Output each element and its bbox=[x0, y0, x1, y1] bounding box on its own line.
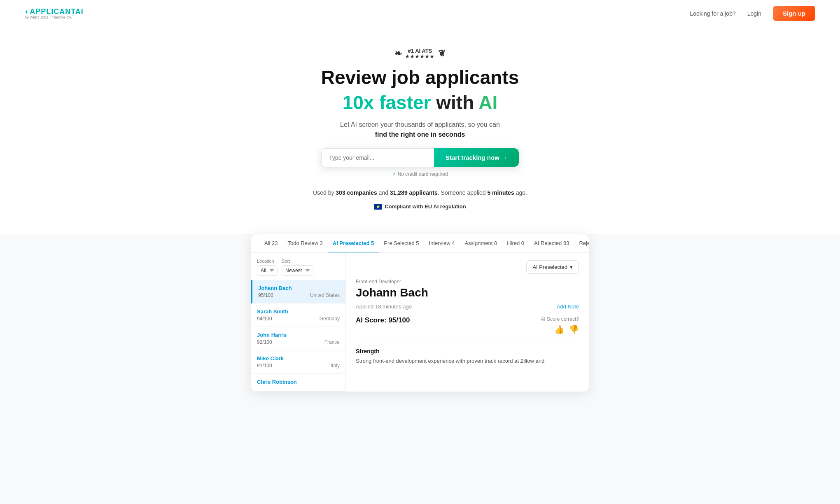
ai-preselected-label: AI Preselected bbox=[532, 264, 567, 270]
candidate-list: Johann Bach 95/100 United States Sarah S… bbox=[251, 280, 345, 392]
tab-ai-rejected[interactable]: AI Rejected 83 bbox=[529, 234, 574, 253]
sort-filter-group: Sort Newest bbox=[282, 259, 313, 276]
candidate-meta: 94/100 Germany bbox=[257, 316, 340, 322]
logo-plus: + bbox=[25, 9, 28, 15]
location-filter-select[interactable]: All bbox=[257, 265, 278, 276]
tab-ai-preselected[interactable]: AI Preselected 5 bbox=[328, 234, 379, 253]
thumbs-up-button[interactable]: 👍 bbox=[554, 324, 565, 334]
tab-assignment[interactable]: Assignment 0 bbox=[460, 234, 502, 253]
ats-right-panel: AI Preselected ▾ Front-end Developer Joh… bbox=[346, 253, 589, 392]
tab-all[interactable]: All 23 bbox=[259, 234, 283, 253]
cta-button[interactable]: Start tracking now → bbox=[434, 148, 519, 167]
candidate-name: Johann Bach bbox=[258, 285, 340, 291]
hero-title-line1: Review job applicants bbox=[8, 67, 832, 89]
candidate-location: Germany bbox=[320, 316, 340, 322]
ai-preselected-button[interactable]: AI Preselected ▾ bbox=[526, 260, 579, 274]
candidate-item[interactable]: John Harris 92/100 France bbox=[251, 327, 345, 350]
laurel-right-icon: ❦ bbox=[438, 48, 446, 59]
strength-title: Strength bbox=[356, 348, 579, 355]
candidate-score: 94/100 bbox=[257, 316, 272, 322]
location-filter-label: Location bbox=[257, 259, 278, 264]
eu-badge-text: Compliant with EU AI regulation bbox=[385, 203, 466, 210]
candidate-location: United States bbox=[310, 292, 340, 298]
logo-text: APPLICANTAI bbox=[30, 7, 84, 16]
detail-applied: Applied 18 minutes ago Add Note bbox=[356, 303, 579, 310]
location-filter-group: Location All bbox=[257, 259, 278, 276]
add-note-link[interactable]: Add Note bbox=[557, 303, 579, 310]
candidate-location: Italy bbox=[331, 363, 340, 369]
candidate-score: 95/100 bbox=[258, 292, 273, 298]
ats-left-panel: Location All Sort Newest Johann Bach 9 bbox=[251, 253, 346, 392]
tab-todo[interactable]: Todo Review 3 bbox=[283, 234, 328, 253]
candidate-meta: 95/100 United States bbox=[258, 292, 340, 298]
nav-right: Looking for a job? Login Sign up bbox=[690, 6, 815, 21]
candidate-name: Mike Clark bbox=[257, 355, 340, 362]
candidate-item[interactable]: Chris Robinson bbox=[251, 374, 345, 392]
eu-flag-icon: ⭐ bbox=[374, 204, 382, 210]
strength-text: Strong front-end development experience … bbox=[356, 357, 579, 365]
candidate-meta: 91/100 Italy bbox=[257, 363, 340, 369]
navbar: + APPLICANTAI by Web3 Jobs + Remote OK L… bbox=[0, 0, 840, 27]
email-input[interactable] bbox=[321, 148, 434, 167]
hero-sub-line2: find the right one in seconds bbox=[8, 131, 832, 138]
sort-filter-label: Sort bbox=[282, 259, 313, 264]
looking-for-job-link[interactable]: Looking for a job? bbox=[690, 10, 735, 17]
social-proof: Used by 303 companies and 31,289 applica… bbox=[8, 189, 832, 196]
laurel-left-icon: ❧ bbox=[394, 48, 402, 59]
time-ago: 5 minutes bbox=[487, 189, 514, 196]
thumbs-down-button[interactable]: 👎 bbox=[569, 324, 579, 334]
companies-count: 303 companies bbox=[336, 189, 377, 196]
ats-tabs: All 23 Todo Review 3 AI Preselected 5 Pr… bbox=[251, 234, 589, 253]
ats-filters: Location All Sort Newest bbox=[251, 253, 345, 280]
candidate-name: Sarah Smith bbox=[257, 308, 340, 315]
applicants-count: 31,289 applicants bbox=[390, 189, 438, 196]
candidate-score: 91/100 bbox=[257, 363, 272, 369]
detail-header: AI Preselected ▾ bbox=[356, 260, 579, 274]
sort-filter-select[interactable]: Newest bbox=[282, 265, 313, 276]
candidate-score: 92/100 bbox=[257, 339, 272, 345]
candidate-name: John Harris bbox=[257, 332, 340, 338]
badge-rank: #1 AI ATS bbox=[405, 48, 435, 54]
no-credit-card-text: No credit card required bbox=[8, 171, 832, 177]
thumbs-row: 👍 👎 bbox=[554, 324, 579, 334]
detail-job-title: Front-end Developer bbox=[356, 279, 579, 285]
logo: + APPLICANTAI by Web3 Jobs + Remote OK bbox=[25, 7, 84, 19]
ats-body: Location All Sort Newest Johann Bach 9 bbox=[251, 253, 589, 392]
tab-rejected[interactable]: Rejected 7 bbox=[574, 234, 589, 253]
score-correct-label: AI Score correct? bbox=[541, 316, 579, 322]
hero-title-line2: 10x faster with AI bbox=[8, 92, 832, 114]
tab-hired[interactable]: Hired 0 bbox=[502, 234, 529, 253]
hero-with: with bbox=[436, 92, 478, 113]
detail-ai-score: AI Score: 95/100 bbox=[356, 316, 410, 324]
detail-score-row: AI Score: 95/100 AI Score correct? 👍 👎 bbox=[356, 316, 579, 341]
candidate-location: France bbox=[324, 339, 340, 345]
hero-badge: ❧ #1 AI ATS ★★★★★★ ❦ bbox=[394, 48, 446, 59]
tab-pre-selected[interactable]: Pre Selected 5 bbox=[379, 234, 424, 253]
candidate-item[interactable]: Johann Bach 95/100 United States bbox=[251, 280, 345, 303]
candidate-item[interactable]: Sarah Smith 94/100 Germany bbox=[251, 303, 345, 327]
login-link[interactable]: Login bbox=[747, 10, 761, 17]
tab-interview[interactable]: Interview 4 bbox=[424, 234, 460, 253]
hero-ai: AI bbox=[478, 92, 497, 113]
chevron-down-icon: ▾ bbox=[570, 264, 573, 270]
email-form: Start tracking now → bbox=[321, 148, 519, 167]
candidate-item[interactable]: Mike Clark 91/100 Italy bbox=[251, 350, 345, 374]
candidate-name: Chris Robinson bbox=[257, 379, 340, 385]
hero-sub-line1: Let AI screen your thousands of applican… bbox=[8, 121, 832, 128]
badge-stars: ★★★★★★ bbox=[405, 54, 435, 59]
eu-badge: ⭐ Compliant with EU AI regulation bbox=[374, 203, 466, 210]
applied-time: Applied 18 minutes ago bbox=[356, 303, 412, 310]
hero-10x-faster: 10x faster bbox=[343, 92, 431, 113]
ats-panel: All 23 Todo Review 3 AI Preselected 5 Pr… bbox=[251, 234, 589, 392]
score-correct: AI Score correct? 👍 👎 bbox=[541, 316, 579, 334]
hero-section: ❧ #1 AI ATS ★★★★★★ ❦ Review job applican… bbox=[0, 27, 840, 234]
logo-sub: by Web3 Jobs + Remote OK bbox=[25, 15, 72, 19]
detail-candidate-name: Johann Bach bbox=[356, 286, 579, 299]
candidate-meta: 92/100 France bbox=[257, 339, 340, 345]
signup-button[interactable]: Sign up bbox=[773, 6, 815, 21]
